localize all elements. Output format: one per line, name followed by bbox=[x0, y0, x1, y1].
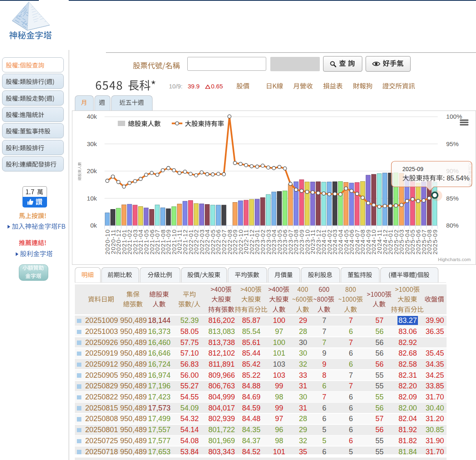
svg-text:Highcharts.com: Highcharts.com bbox=[438, 257, 471, 262]
svg-text:85.54%: 85.54% bbox=[447, 174, 469, 182]
svg-text:95%: 95% bbox=[446, 140, 459, 147]
svg-text:85%: 85% bbox=[446, 195, 459, 202]
svg-text:80%: 80% bbox=[446, 222, 459, 229]
svg-text:2025-09: 2025-09 bbox=[431, 229, 438, 255]
svg-text:0k: 0k bbox=[90, 222, 97, 229]
svg-text:100%: 100% bbox=[446, 113, 463, 120]
svg-text:40k: 40k bbox=[87, 113, 97, 120]
svg-text:20k: 20k bbox=[87, 167, 97, 174]
svg-text:10k: 10k bbox=[87, 195, 97, 202]
svg-text:30k: 30k bbox=[87, 140, 97, 147]
svg-text:2025-09: 2025-09 bbox=[402, 166, 424, 172]
